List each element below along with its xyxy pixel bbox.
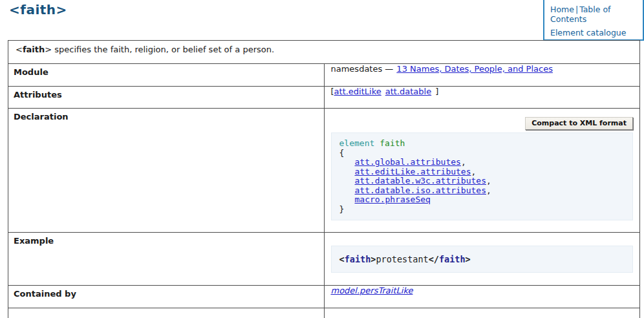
element-spec-table: <faith> specifies the faith, religion, o… [8, 40, 640, 318]
code-line-member: att.editLike.attributes, [339, 167, 625, 177]
nav-link-element-catalogue[interactable]: Element catalogue [550, 28, 627, 37]
row-label-example: Example [8, 233, 325, 286]
example-open-bracket: < [339, 254, 345, 264]
example-close-tag-name: faith [439, 254, 466, 264]
clipped-next-row-label-cell [8, 308, 325, 318]
description-lt: < [16, 45, 23, 54]
nav-line-1: Home|Table of Contents [550, 5, 639, 24]
module-chapter-link[interactable]: 13 Names, Dates, People, and Places [396, 64, 553, 74]
example-close-bracket-end: > [466, 254, 471, 264]
row-label-contained-by: Contained by [8, 286, 325, 308]
example-text-content: protestant [376, 254, 428, 264]
module-row: Module namesdates —13 Names, Dates, Peop… [8, 64, 640, 87]
contained-by-link-model-perstraitlike[interactable]: model.persTraitLike [331, 286, 413, 295]
row-label-attributes: Attributes [8, 87, 325, 109]
declaration-link-att-editlike-attributes[interactable]: att.editLike.attributes [355, 167, 471, 176]
declaration-cell: Compact to XML format elementfaith { att… [324, 109, 640, 233]
code-element-name: faith [380, 138, 405, 148]
code-line-member: macro.phraseSeq [339, 195, 625, 205]
code-comma: , [486, 176, 491, 186]
declaration-code-block: elementfaith { att.global.attributes, at… [331, 132, 634, 220]
description-row: <faith> specifies the faith, religion, o… [8, 41, 640, 64]
code-comma: , [471, 167, 477, 176]
code-comma: , [486, 186, 491, 195]
declaration-link-macro-phraseseq[interactable]: macro.phraseSeq [355, 195, 431, 204]
clipped-next-row-value-cell [324, 308, 640, 318]
declaration-link-att-global-attributes[interactable]: att.global.attributes [355, 157, 461, 167]
description-tag-name: faith [23, 45, 45, 54]
description-text: specifies the faith, religion, or belief… [52, 45, 274, 54]
nav-line-2: Element catalogue [550, 28, 639, 37]
contained-by-cell: model.persTraitLike [324, 286, 640, 308]
example-close-bracket-start: </ [429, 254, 439, 264]
code-line-member: att.datable.w3c.attributes, [339, 176, 625, 186]
row-label-module: Module [8, 64, 325, 87]
declaration-row: Declaration Compact to XML format elemen… [8, 109, 640, 233]
attributes-close-bracket: ] [435, 87, 438, 96]
contained-by-row: Contained by model.persTraitLike [8, 286, 640, 308]
code-line-element: elementfaith [339, 139, 625, 149]
code-close-brace: } [339, 205, 625, 215]
description-gt: > [45, 45, 52, 54]
compact-to-xml-button[interactable]: Compact to XML format [525, 117, 633, 130]
row-label-declaration: Declaration [8, 109, 325, 233]
declaration-link-att-datable-w3c-attributes[interactable]: att.datable.w3c.attributes [355, 176, 487, 186]
example-open-tag-name: faith [345, 254, 371, 264]
attributes-row: Attributes [att.editLikeatt.datable] [8, 87, 640, 109]
code-line-member: att.global.attributes, [339, 158, 625, 167]
example-row: Example <faith>protestant</faith> [8, 233, 640, 286]
attribute-link-att-editlike[interactable]: att.editLike [334, 87, 381, 96]
clipped-next-row [8, 308, 640, 318]
code-keyword-element: element [339, 138, 375, 148]
code-comma: , [461, 157, 466, 167]
example-cell: <faith>protestant</faith> [324, 233, 640, 286]
description-cell: <faith> specifies the faith, religion, o… [8, 41, 640, 64]
code-open-brace: { [339, 149, 625, 158]
page-title: <faith> [9, 2, 67, 17]
declaration-link-att-datable-iso-attributes[interactable]: att.datable.iso.attributes [355, 186, 487, 195]
declaration-button-row: Compact to XML format [325, 109, 640, 130]
attribute-link-att-datable[interactable]: att.datable [385, 87, 431, 96]
page: <faith> Home|Table of Contents Element c… [0, 0, 644, 318]
module-name: namesdates — [331, 64, 394, 74]
attributes-cell: [att.editLikeatt.datable] [324, 87, 640, 109]
nav-box: Home|Table of Contents Element catalogue [543, 0, 644, 41]
code-line-member: att.datable.iso.attributes, [339, 186, 625, 196]
example-code-block: <faith>protestant</faith> [331, 246, 634, 273]
nav-link-home[interactable]: Home [550, 5, 574, 14]
nav-separator: | [574, 5, 579, 14]
module-cell: namesdates —13 Names, Dates, People, and… [324, 64, 640, 87]
attributes-open-bracket: [ [331, 87, 334, 96]
